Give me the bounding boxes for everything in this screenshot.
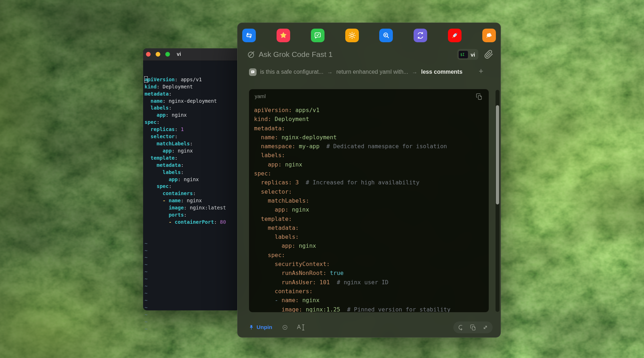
prompt-placeholder[interactable]: Ask Grok Code Fast 1: [259, 50, 333, 59]
copy-icon[interactable]: [470, 324, 477, 331]
unpin-button[interactable]: Unpin: [248, 324, 272, 330]
vi-window-title: vi: [143, 51, 215, 57]
grok-logo-icon: [247, 50, 255, 59]
breadcrumb: is this a safe configurat... → return en…: [249, 68, 486, 76]
terminal-mini-icon: $I: [459, 51, 468, 58]
copy-code-button[interactable]: [475, 93, 483, 100]
scrollbar-track[interactable]: [496, 90, 499, 312]
yaml-code-content[interactable]: apiVersion: apps/v1kind: Deploymentmetad…: [249, 103, 489, 313]
add-tab-button[interactable]: +: [479, 67, 483, 76]
breadcrumb-item-3-active[interactable]: less comments: [421, 69, 463, 75]
arrow-right-icon: →: [412, 69, 418, 75]
star-icon[interactable]: [277, 29, 290, 42]
brightness-icon[interactable]: [345, 29, 359, 42]
conversation-icon[interactable]: [249, 68, 257, 76]
grok-assistant-window: Ask Grok Code Fast 1 $I vi is this a saf…: [237, 23, 501, 338]
sync-icon[interactable]: [414, 29, 427, 42]
arrow-right-icon: →: [327, 69, 333, 75]
code-card-header: yaml: [249, 89, 489, 103]
vi-titlebar[interactable]: vi: [143, 48, 240, 61]
vi-terminal-window: vi apiVersion: apps/v1kind: Deploymentme…: [143, 48, 240, 310]
attach-button[interactable]: [484, 50, 493, 59]
record-icon: [282, 324, 288, 331]
context-badge-vi[interactable]: $I vi: [457, 49, 478, 60]
breadcrumb-item-1[interactable]: is this a safe configurat...: [260, 69, 323, 75]
record-button[interactable]: [282, 324, 288, 331]
prompt-row: Ask Grok Code Fast 1 $I vi: [247, 48, 493, 61]
footer-toolbar: Unpin A: [248, 321, 493, 334]
desktop: vi apiVersion: apps/v1kind: Deploymentme…: [0, 0, 644, 358]
paperclip-icon: [484, 50, 493, 59]
yaml-code-card: yaml apiVersion: apps/v1kind: Deployment…: [249, 89, 489, 313]
thought-bubble-icon[interactable]: [482, 29, 496, 42]
pin-icon: [248, 324, 254, 330]
breadcrumb-item-2[interactable]: return enhanced yaml with...: [336, 69, 408, 75]
footer-action-pill: [453, 321, 493, 333]
ai-edit-button[interactable]: A: [297, 324, 305, 331]
quick-action-row: [242, 26, 496, 45]
chat-check-icon[interactable]: [311, 29, 325, 42]
scrollbar-thumb[interactable]: [496, 105, 499, 204]
repeat-icon[interactable]: [242, 29, 256, 42]
rocket-icon[interactable]: [448, 29, 462, 42]
expand-icon[interactable]: [482, 324, 489, 331]
text-cursor-icon: [302, 324, 305, 331]
search-document-icon[interactable]: [379, 29, 393, 42]
unpin-label: Unpin: [257, 324, 272, 330]
copy-icon: [475, 93, 483, 100]
vi-empty-lines: ~~~~~~~~~~~~~: [145, 240, 240, 333]
vi-editor-content[interactable]: apiVersion: apps/v1kind: Deploymentmetad…: [143, 61, 240, 347]
rerun-icon[interactable]: [458, 324, 464, 331]
context-badge-label: vi: [470, 52, 475, 58]
code-language-label: yaml: [255, 93, 266, 99]
vi-yaml-buffer: apiVersion: apps/v1kind: Deploymentmetad…: [145, 76, 240, 226]
ai-edit-label: A: [297, 324, 301, 330]
